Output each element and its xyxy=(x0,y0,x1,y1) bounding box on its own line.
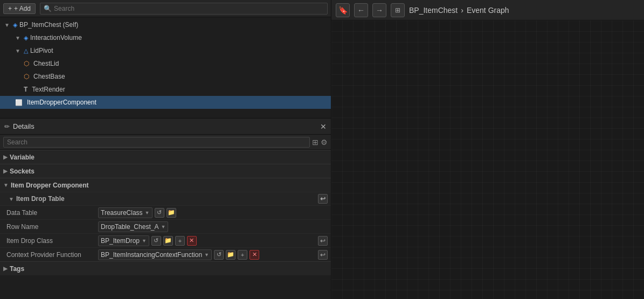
item-drop-class-label: Item Drop Class xyxy=(6,237,98,245)
reset-button-class[interactable]: ↩ xyxy=(318,236,328,246)
data-table-label: Data Table xyxy=(6,209,98,217)
text-icon: T xyxy=(24,86,27,93)
tree-item-interactionvolume[interactable]: ▼ ◈ InteractionVolume xyxy=(0,31,331,44)
breadcrumb-root: BP_ItemChest xyxy=(409,6,458,15)
add-button[interactable]: + + Add xyxy=(3,3,36,14)
section-sockets[interactable]: ▶ Sockets xyxy=(0,164,331,178)
expand-arrow: ▼ xyxy=(4,22,10,28)
sub-section-item-drop-table: ▼ Item Drop Table ↩ Data Table TreasureC… xyxy=(0,192,331,261)
plus-icon: + xyxy=(8,5,12,12)
layout-button[interactable]: ⊞ xyxy=(391,3,405,17)
data-table-value-text: TreasureClass xyxy=(101,209,143,217)
component-icon: ◈ xyxy=(24,34,28,41)
property-row-context-provider: Context Provider Function BP_ItemInstanc… xyxy=(0,247,331,261)
dropdown-arrow: ▼ xyxy=(142,238,147,244)
row-name-dropdown[interactable]: DropTable_Chest_A ▼ xyxy=(98,221,168,232)
item-icon: ⬜ xyxy=(15,99,23,106)
expand-arrow: ▼ xyxy=(15,48,20,54)
section-label-sockets: Sockets xyxy=(10,168,34,175)
tree-item-label: ChestLid xyxy=(33,60,59,67)
open-button-data-table[interactable]: 📁 xyxy=(167,208,176,218)
expand-arrow: ▼ xyxy=(15,35,20,41)
browse-button-context[interactable]: ↺ xyxy=(214,250,224,260)
item-drop-class-value-text: BP_ItemDrop xyxy=(101,237,140,245)
scene-outliner: + + Add 🔍 ▼ ◈ BP_ItemChest (Self) ▼ ◈ In… xyxy=(0,0,331,119)
tree-item-lidpivot[interactable]: ▼ △ LidPivot xyxy=(0,44,331,57)
section-tags[interactable]: ▶ Tags xyxy=(0,261,331,275)
data-table-value: TreasureClass ▼ ↺ 📁 xyxy=(98,207,328,218)
breadcrumb-current: Event Graph xyxy=(467,6,509,15)
sub-arrow: ▼ xyxy=(9,196,14,202)
section-arrow-sockets: ▶ xyxy=(3,168,8,174)
breadcrumb: BP_ItemChest › Event Graph xyxy=(409,6,509,15)
add-label: + Add xyxy=(14,5,31,12)
details-panel: ✏ Details ✕ ⊞ ⚙ ▶ Variable ▶ Sockets ▼ I… xyxy=(0,119,331,299)
blueprint-graph[interactable]: ⬜ Make Instanced Struct ▶ ▶ Value Return… xyxy=(331,20,644,299)
property-row-item-drop-class: Item Drop Class BP_ItemDrop ▼ ↺ 📁 + ✕ ↩ xyxy=(0,233,331,247)
open-button-context[interactable]: 📁 xyxy=(226,250,236,260)
add-button-class[interactable]: + xyxy=(175,236,185,246)
context-provider-value-text: BP_ItemInstancingContextFunction xyxy=(101,251,202,259)
section-arrow-dropper: ▼ xyxy=(3,182,9,188)
tree-item-label: BP_ItemChest (Self) xyxy=(19,21,78,29)
pencil-icon: ✏ xyxy=(4,123,10,130)
breadcrumb-separator: › xyxy=(461,6,463,15)
property-row-row-name: Row Name DropTable_Chest_A ▼ xyxy=(0,219,331,233)
scene-tree: ▼ ◈ BP_ItemChest (Self) ▼ ◈ InteractionV… xyxy=(0,17,331,118)
section-arrow-variable: ▶ xyxy=(3,154,8,160)
graph-toolbar: 🔖 ← → ⊞ BP_ItemChest › Event Graph xyxy=(331,0,644,20)
item-drop-class-value: BP_ItemDrop ▼ ↺ 📁 + ✕ ↩ xyxy=(98,235,328,246)
outliner-search-input[interactable] xyxy=(54,5,324,12)
tree-item-textrender[interactable]: T TextRender xyxy=(0,83,331,96)
context-provider-value: BP_ItemInstancingContextFunction ▼ ↺ 📁 +… xyxy=(98,249,328,260)
grid-view-icon[interactable]: ⊞ xyxy=(312,138,318,147)
search-icon: 🔍 xyxy=(44,5,52,12)
tree-item-bp-itemchest[interactable]: ▼ ◈ BP_ItemChest (Self) xyxy=(0,18,331,31)
tree-item-label: LidPivot xyxy=(30,47,53,54)
section-label-tags: Tags xyxy=(10,265,24,273)
tree-item-chestlid[interactable]: ⬡ ChestLid xyxy=(0,57,331,70)
connections-svg xyxy=(331,20,644,299)
bookmark-button[interactable]: 🔖 xyxy=(336,3,350,17)
details-search-input[interactable] xyxy=(3,137,310,148)
row-name-value: DropTable_Chest_A ▼ xyxy=(98,221,328,232)
dropdown-arrow: ▼ xyxy=(161,224,165,230)
reset-button-table[interactable]: ↩ xyxy=(318,194,328,204)
component-icon: △ xyxy=(24,47,28,54)
settings-icon[interactable]: ⚙ xyxy=(321,138,328,147)
context-provider-dropdown[interactable]: BP_ItemInstancingContextFunction ▼ xyxy=(98,249,212,260)
details-header: ✏ Details ✕ xyxy=(0,119,331,135)
close-button[interactable]: ✕ xyxy=(320,122,327,131)
remove-button-context[interactable]: ✕ xyxy=(250,250,259,260)
browse-button-data-table[interactable]: ↺ xyxy=(155,208,164,218)
open-button-class[interactable]: 📁 xyxy=(163,236,173,246)
section-arrow-tags: ▶ xyxy=(3,266,8,272)
component-icon: ◈ xyxy=(13,22,17,29)
forward-button[interactable]: → xyxy=(372,3,386,17)
tree-item-chestbase[interactable]: ⬡ ChestBase xyxy=(0,70,331,83)
item-drop-table-label: Item Drop Table xyxy=(16,195,65,203)
row-name-label: Row Name xyxy=(6,223,98,231)
details-search-bar: ⊞ ⚙ xyxy=(0,135,331,150)
tree-item-label: TextRender xyxy=(32,86,65,93)
back-button[interactable]: ← xyxy=(354,3,368,17)
section-variable[interactable]: ▶ Variable xyxy=(0,150,331,164)
section-label-dropper: Item Dropper Component xyxy=(11,182,89,189)
context-provider-label: Context Provider Function xyxy=(6,251,98,259)
right-panel: 🔖 ← → ⊞ BP_ItemChest › Event Graph ⬜ xyxy=(331,0,644,299)
reset-button-context[interactable]: ↩ xyxy=(318,250,328,260)
dropdown-arrow: ▼ xyxy=(204,252,209,258)
tree-item-label: InteractionVolume xyxy=(30,34,82,41)
item-drop-table-header[interactable]: ▼ Item Drop Table ↩ xyxy=(0,192,331,205)
browse-button-class[interactable]: ↺ xyxy=(151,236,161,246)
tree-item-itemdroppercomponent[interactable]: ⬜ ItemDropperComponent xyxy=(0,96,331,109)
item-drop-class-dropdown[interactable]: BP_ItemDrop ▼ xyxy=(98,235,149,246)
add-button-context[interactable]: + xyxy=(238,250,247,260)
section-item-dropper[interactable]: ▼ Item Dropper Component xyxy=(0,178,331,192)
data-table-dropdown[interactable]: TreasureClass ▼ xyxy=(98,207,153,218)
section-label-variable: Variable xyxy=(10,154,34,161)
remove-button-class[interactable]: ✕ xyxy=(187,236,197,246)
property-row-data-table: Data Table TreasureClass ▼ ↺ 📁 xyxy=(0,205,331,219)
tree-item-label: ChestBase xyxy=(33,73,65,80)
dropdown-arrow: ▼ xyxy=(145,210,150,215)
